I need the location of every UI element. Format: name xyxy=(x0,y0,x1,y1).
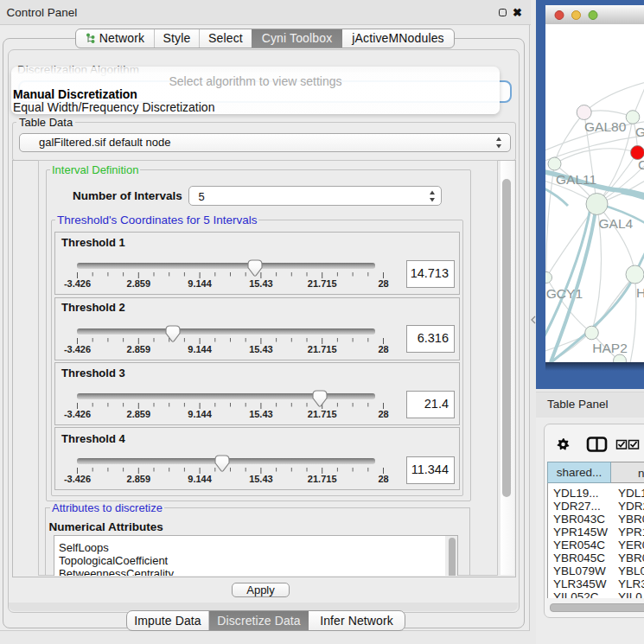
svg-text:GA: GA xyxy=(635,124,644,139)
svg-text:HAP2: HAP2 xyxy=(592,341,628,355)
svg-text:C: C xyxy=(638,157,644,172)
svg-text:GAL80: GAL80 xyxy=(584,119,627,134)
svg-text:GAL11: GAL11 xyxy=(556,172,596,187)
svg-text:GAL4: GAL4 xyxy=(599,216,634,231)
svg-text:H: H xyxy=(636,285,644,300)
svg-text:GCY1: GCY1 xyxy=(546,286,583,301)
